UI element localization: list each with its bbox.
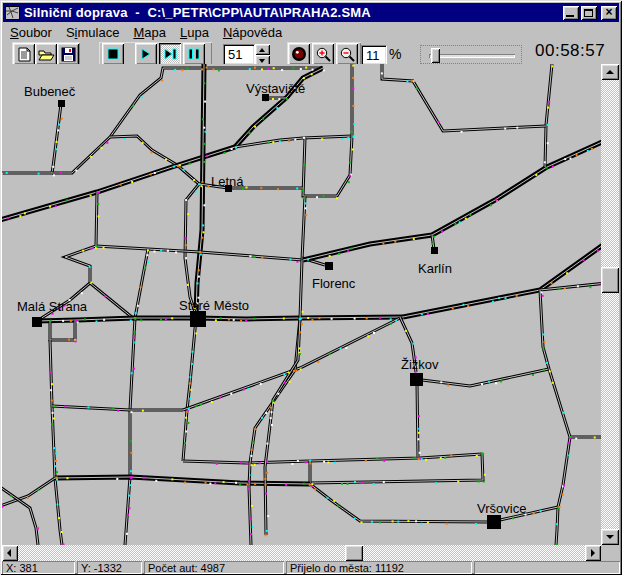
car-dot xyxy=(181,69,183,71)
car-dot xyxy=(251,505,253,507)
car-dot xyxy=(361,482,363,484)
car-dot xyxy=(49,206,51,208)
save-file-button[interactable] xyxy=(57,43,79,65)
car-dot xyxy=(19,215,21,217)
scroll-down-button[interactable] xyxy=(601,529,619,545)
car-dot xyxy=(254,256,256,258)
car-dot xyxy=(395,320,397,322)
scroll-left-button[interactable] xyxy=(2,545,18,561)
close-button[interactable]: × xyxy=(601,6,617,20)
car-dot xyxy=(543,334,545,336)
scroll-up-button[interactable] xyxy=(601,64,619,80)
car-dot xyxy=(419,452,421,454)
menu-item-soubor[interactable]: Soubor xyxy=(3,23,59,42)
car-dot xyxy=(305,461,307,463)
slider-track[interactable] xyxy=(429,54,515,58)
car-dot xyxy=(450,455,452,457)
zoom-percent-input[interactable]: 11 xyxy=(361,45,387,65)
car-dot xyxy=(223,481,225,483)
zoom-in-button[interactable] xyxy=(312,43,334,65)
car-dot xyxy=(184,482,186,484)
car-dot xyxy=(309,484,311,486)
car-dot xyxy=(544,161,546,163)
map-label--i-kov: Žižkov xyxy=(401,357,439,372)
open-file-button[interactable] xyxy=(35,43,57,65)
menu-item-npovda[interactable]: Nápověda xyxy=(216,23,289,42)
car-dot xyxy=(556,523,558,525)
car-dot xyxy=(220,317,222,319)
car-dot xyxy=(151,152,153,154)
new-file-icon xyxy=(18,47,31,62)
road xyxy=(110,136,199,184)
car-dot xyxy=(558,288,560,290)
horizontal-scrollbar[interactable] xyxy=(2,545,601,561)
minimize-button[interactable] xyxy=(563,6,579,20)
car-dot xyxy=(305,214,307,216)
car-dot xyxy=(307,259,309,261)
car-dot xyxy=(427,521,429,523)
pause-button[interactable] xyxy=(183,43,205,65)
car-dot xyxy=(61,531,63,533)
car-dot xyxy=(347,483,349,485)
car-dot xyxy=(260,187,262,189)
car-dot xyxy=(440,381,442,383)
car-dot xyxy=(161,80,163,82)
road xyxy=(403,245,601,317)
car-dot xyxy=(294,139,296,141)
car-dot xyxy=(177,165,179,167)
slider-thumb[interactable] xyxy=(431,48,440,63)
road xyxy=(303,142,601,260)
new-file-button[interactable] xyxy=(13,43,35,65)
app-window: Silniční doprava - C:\_PETR\CPP\AUTA\PRA… xyxy=(0,0,622,575)
car-dot xyxy=(413,343,415,345)
speed-spin-up[interactable] xyxy=(255,44,270,55)
speed-input[interactable]: 51 xyxy=(223,44,255,65)
car-dot xyxy=(235,482,237,484)
menu-item-lupa[interactable]: Lupa xyxy=(173,23,216,42)
fast-forward-button[interactable] xyxy=(159,43,181,65)
car-dot xyxy=(189,376,191,378)
stop-button[interactable] xyxy=(102,43,124,65)
car-dot xyxy=(353,123,355,125)
progress-slider[interactable] xyxy=(420,45,522,64)
car-dot xyxy=(532,374,534,376)
car-dot xyxy=(281,69,283,71)
car-dot xyxy=(265,412,267,414)
car-dot xyxy=(312,69,314,71)
map-label-florenc: Florenc xyxy=(312,276,355,291)
car-dot xyxy=(51,400,53,402)
zoom-out-button[interactable] xyxy=(336,43,358,65)
arrow-right-icon xyxy=(591,549,595,557)
car-dot xyxy=(271,424,273,426)
map-canvas[interactable]: BubenečVýstavištěLetnáFlorencKarlínMalá … xyxy=(2,64,601,545)
car-dot xyxy=(103,319,105,321)
traffic-light-button[interactable] xyxy=(288,43,310,65)
vertical-scrollbar[interactable] xyxy=(601,64,619,545)
car-dot xyxy=(542,295,544,297)
menu-item-simulace[interactable]: Simulace xyxy=(59,23,126,42)
car-dot xyxy=(57,504,59,506)
car-dot xyxy=(285,484,287,486)
road xyxy=(303,64,352,196)
car-dot xyxy=(272,141,274,143)
car-dot xyxy=(209,483,211,485)
car-dot xyxy=(249,68,251,70)
menu-item-mapa[interactable]: Mapa xyxy=(126,23,173,42)
file-button-group xyxy=(12,42,80,66)
map-label-vr-ovice: Vršovice xyxy=(477,501,526,516)
car-dot xyxy=(144,267,146,269)
vertical-scroll-thumb[interactable] xyxy=(601,267,619,293)
scroll-right-button[interactable] xyxy=(585,545,601,561)
car-dot xyxy=(373,483,375,485)
road xyxy=(65,192,97,283)
car-dot xyxy=(483,481,485,483)
map-node-v-stavi-t- xyxy=(262,94,269,101)
car-dot xyxy=(397,521,399,523)
car-dot xyxy=(421,313,423,315)
car-dot xyxy=(50,371,52,373)
maximize-button[interactable] xyxy=(581,6,597,20)
horizontal-scroll-thumb[interactable] xyxy=(345,545,363,561)
play-button[interactable] xyxy=(135,43,157,65)
car-dot xyxy=(52,166,54,168)
car-dot xyxy=(293,370,295,372)
